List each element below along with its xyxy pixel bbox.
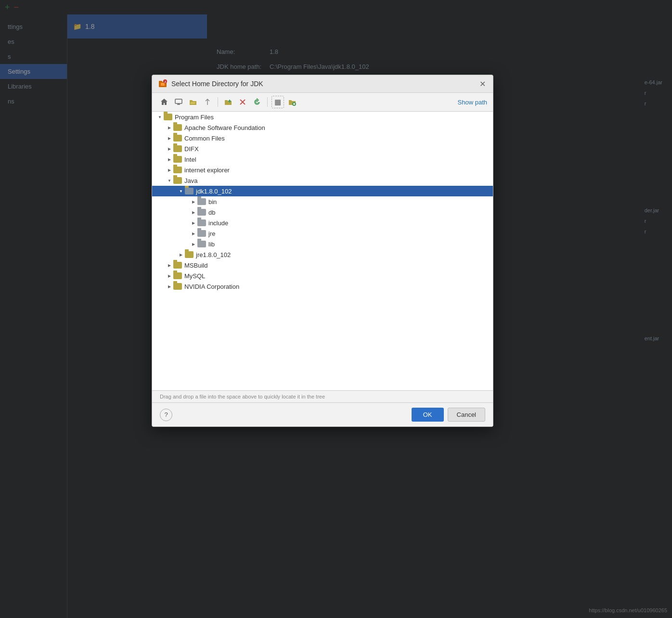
tree-label-jre: jre: [208, 230, 215, 237]
toggle-nvidia[interactable]: ▶: [166, 283, 173, 290]
toggle-jre102[interactable]: ▶: [177, 251, 185, 258]
folder-icon-msbuild: [173, 262, 182, 269]
svg-text:J: J: [164, 80, 166, 83]
add-button[interactable]: [286, 96, 298, 108]
tree-label-ie: internet explorer: [184, 167, 230, 174]
folder-icon-db: [197, 209, 206, 216]
file-tree[interactable]: ▼ Program Files ▶ Apache Software Founda…: [152, 112, 493, 391]
toggle-mysql[interactable]: ▶: [166, 272, 173, 280]
tree-label-difx: DIFX: [184, 145, 199, 153]
tree-item-ie[interactable]: ▶ internet explorer: [152, 165, 493, 175]
folder-icon-apache: [173, 124, 182, 131]
tree-label-apache: Apache Software Foundation: [184, 124, 265, 131]
tree-label-mysql: MySQL: [184, 272, 205, 280]
toggle-difx[interactable]: ▶: [166, 145, 173, 153]
toggle-ie[interactable]: ▶: [166, 166, 173, 174]
tree-label-include: include: [208, 219, 228, 227]
folder-icon-jre: [197, 230, 206, 237]
tree-item-jre102[interactable]: ▶ jre1.8.0_102: [152, 249, 493, 260]
home-button[interactable]: [158, 96, 170, 108]
tree-label-jre102: jre1.8.0_102: [196, 251, 231, 258]
toggle-java[interactable]: ▼: [166, 177, 173, 184]
tree-item-intel[interactable]: ▶ Intel: [152, 154, 493, 165]
tree-label-jdk: jdk1.8.0_102: [196, 188, 232, 195]
toggle-db[interactable]: ▶: [190, 208, 197, 216]
tree-item-difx[interactable]: ▶ DIFX: [152, 143, 493, 154]
tree-item-nvidia[interactable]: ▶ NVIDIA Corporation: [152, 281, 493, 292]
tree-label-program-files: Program Files: [175, 114, 214, 121]
dialog-icon: J: [158, 79, 168, 89]
toggle-jre[interactable]: ▶: [190, 230, 197, 237]
folder-icon-java: [173, 177, 182, 184]
tree-item-program-files[interactable]: ▼ Program Files: [152, 112, 493, 122]
toggle-lib[interactable]: ▶: [190, 240, 197, 248]
dialog-toolbar: ▦ Show path: [152, 93, 493, 112]
folder-icon-jre102: [185, 251, 194, 258]
folder-icon-jdk: [185, 188, 194, 194]
desktop-button[interactable]: [172, 96, 185, 108]
tree-item-include[interactable]: ▶ include: [152, 218, 493, 228]
tree-label-common: Common Files: [184, 135, 225, 142]
ok-button[interactable]: OK: [412, 408, 444, 422]
tree-label-lib: lib: [208, 241, 215, 248]
watermark: https://blog.csdn.net/u010960265: [589, 607, 667, 613]
folder-icon-mysql: [173, 272, 182, 279]
folder-icon-lib: [197, 241, 206, 247]
tree-item-msbuild[interactable]: ▶ MSBuild: [152, 260, 493, 270]
refresh-button[interactable]: [251, 96, 263, 108]
tree-item-bin[interactable]: ▶ bin: [152, 196, 493, 207]
folder-icon-difx: [173, 145, 182, 152]
tree-label-msbuild: MSBuild: [184, 262, 207, 269]
tree-item-jdk[interactable]: ▼ jdk1.8.0_102: [152, 186, 493, 196]
folder-icon-nvidia: [173, 283, 182, 290]
tree-label-nvidia: NVIDIA Corporation: [184, 283, 239, 290]
tree-label-java: Java: [184, 177, 197, 184]
toolbar-separator1: [218, 97, 218, 107]
toolbar-separator2: [267, 97, 268, 107]
tree-label-db: db: [208, 209, 215, 216]
tree-label-intel: Intel: [184, 156, 196, 163]
toggle-common[interactable]: ▶: [166, 134, 173, 142]
open-folder-button[interactable]: [187, 96, 199, 108]
file-chooser-dialog: J Select Home Directory for JDK ✕: [152, 75, 493, 427]
new-folder-button[interactable]: [222, 96, 234, 108]
folder-up-button[interactable]: [201, 96, 214, 108]
delete-button[interactable]: [236, 96, 249, 108]
toggle-msbuild[interactable]: ▶: [166, 261, 173, 269]
footer-actions: OK Cancel: [412, 408, 485, 422]
view-button[interactable]: ▦: [271, 96, 284, 108]
show-path-button[interactable]: Show path: [458, 99, 487, 106]
folder-icon-include: [197, 219, 206, 226]
tree-label-bin: bin: [208, 198, 217, 206]
tree-item-apache[interactable]: ▶ Apache Software Foundation: [152, 122, 493, 133]
svg-rect-1: [159, 81, 162, 83]
folder-icon-intel: [173, 156, 182, 163]
toggle-apache[interactable]: ▶: [166, 124, 173, 131]
drag-drop-hint: Drag and drop a file into the space abov…: [152, 391, 493, 403]
tree-item-mysql[interactable]: ▶ MySQL: [152, 270, 493, 281]
folder-icon-ie: [173, 167, 182, 173]
tree-item-common[interactable]: ▶ Common Files: [152, 133, 493, 143]
tree-item-db[interactable]: ▶ db: [152, 207, 493, 218]
folder-icon-common: [173, 135, 182, 142]
dialog-close-button[interactable]: ✕: [478, 79, 487, 89]
toggle-intel[interactable]: ▶: [166, 155, 173, 163]
toggle-bin[interactable]: ▶: [190, 198, 197, 206]
cancel-button[interactable]: Cancel: [448, 408, 485, 422]
folder-icon-bin: [197, 198, 206, 205]
dialog-footer: ? OK Cancel: [152, 403, 493, 426]
help-button[interactable]: ?: [160, 409, 172, 421]
tree-item-lib[interactable]: ▶ lib: [152, 239, 493, 249]
tree-item-jre[interactable]: ▶ jre: [152, 228, 493, 239]
toggle-include[interactable]: ▶: [190, 219, 197, 227]
folder-icon-program-files: [164, 114, 172, 120]
dialog-title-text: Select Home Directory for JDK: [171, 80, 474, 88]
toggle-jdk[interactable]: ▼: [177, 187, 185, 195]
toggle-program-files[interactable]: ▼: [156, 113, 164, 121]
svg-rect-5: [175, 99, 182, 103]
dialog-titlebar: J Select Home Directory for JDK ✕: [152, 75, 493, 93]
tree-item-java[interactable]: ▼ Java: [152, 175, 493, 186]
